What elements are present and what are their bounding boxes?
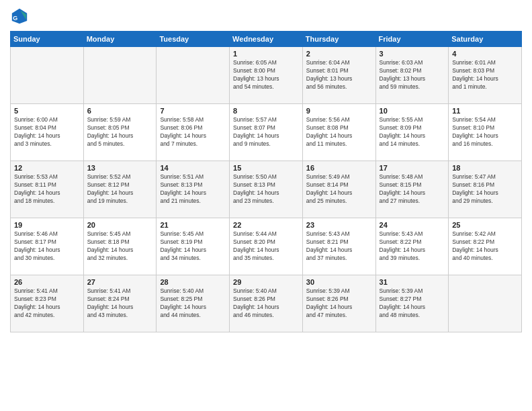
cell-info: Sunrise: 5:43 AMSunset: 8:22 PMDaylight:…	[380, 230, 445, 263]
calendar-week-row: 5Sunrise: 6:00 AMSunset: 8:04 PMDaylight…	[11, 104, 522, 161]
day-number: 9	[306, 107, 372, 115]
calendar-week-row: 26Sunrise: 5:41 AMSunset: 8:23 PMDayligh…	[11, 275, 522, 332]
weekday-header-cell: Friday	[375, 32, 449, 47]
day-number: 14	[160, 164, 226, 172]
calendar-cell	[157, 47, 230, 104]
calendar-cell: 18Sunrise: 5:47 AMSunset: 8:16 PMDayligh…	[449, 161, 522, 218]
weekday-header-cell: Sunday	[11, 32, 84, 47]
cell-info: Sunrise: 5:53 AMSunset: 8:11 PMDaylight:…	[14, 173, 80, 205]
weekday-header-cell: Wednesday	[230, 32, 303, 47]
cell-info: Sunrise: 6:03 AMSunset: 8:02 PMDaylight:…	[380, 59, 445, 91]
logo-icon: G	[10, 7, 29, 26]
cell-info: Sunrise: 5:59 AMSunset: 8:05 PMDaylight:…	[87, 116, 153, 148]
weekday-header-cell: Saturday	[449, 32, 522, 47]
day-number: 5	[14, 107, 80, 115]
cell-info: Sunrise: 5:54 AMSunset: 8:10 PMDaylight:…	[452, 116, 518, 148]
calendar-cell	[11, 47, 84, 104]
calendar-cell: 28Sunrise: 5:40 AMSunset: 8:25 PMDayligh…	[157, 275, 230, 332]
day-number: 15	[233, 164, 299, 172]
calendar-cell: 9Sunrise: 5:56 AMSunset: 8:08 PMDaylight…	[302, 104, 375, 161]
calendar-body: 1Sunrise: 6:05 AMSunset: 8:00 PMDaylight…	[11, 47, 522, 332]
calendar-cell: 13Sunrise: 5:52 AMSunset: 8:12 PMDayligh…	[83, 161, 157, 218]
day-number: 8	[233, 107, 299, 115]
cell-info: Sunrise: 5:39 AMSunset: 8:26 PMDaylight:…	[306, 287, 372, 320]
calendar-cell: 12Sunrise: 5:53 AMSunset: 8:11 PMDayligh…	[11, 161, 84, 218]
cell-info: Sunrise: 5:40 AMSunset: 8:25 PMDaylight:…	[160, 287, 226, 320]
header: G	[10, 7, 522, 26]
day-number: 12	[14, 164, 80, 172]
calendar-cell: 24Sunrise: 5:43 AMSunset: 8:22 PMDayligh…	[375, 218, 449, 275]
day-number: 29	[233, 278, 299, 286]
day-number: 30	[306, 278, 372, 286]
calendar-cell: 17Sunrise: 5:48 AMSunset: 8:15 PMDayligh…	[375, 161, 449, 218]
calendar-cell: 23Sunrise: 5:43 AMSunset: 8:21 PMDayligh…	[302, 218, 375, 275]
calendar-cell: 30Sunrise: 5:39 AMSunset: 8:26 PMDayligh…	[302, 275, 375, 332]
calendar-table: SundayMondayTuesdayWednesdayThursdayFrid…	[10, 31, 522, 332]
calendar-week-row: 12Sunrise: 5:53 AMSunset: 8:11 PMDayligh…	[11, 161, 522, 218]
day-number: 2	[306, 50, 372, 58]
calendar-cell: 5Sunrise: 6:00 AMSunset: 8:04 PMDaylight…	[11, 104, 84, 161]
cell-info: Sunrise: 5:57 AMSunset: 8:07 PMDaylight:…	[233, 116, 299, 148]
cell-info: Sunrise: 5:47 AMSunset: 8:16 PMDaylight:…	[452, 173, 518, 205]
calendar-cell: 4Sunrise: 6:01 AMSunset: 8:03 PMDaylight…	[449, 47, 522, 104]
calendar-cell: 15Sunrise: 5:50 AMSunset: 8:13 PMDayligh…	[230, 161, 303, 218]
day-number: 21	[160, 221, 226, 229]
calendar-cell: 25Sunrise: 5:42 AMSunset: 8:22 PMDayligh…	[449, 218, 522, 275]
calendar-cell: 29Sunrise: 5:40 AMSunset: 8:26 PMDayligh…	[230, 275, 303, 332]
calendar-cell: 11Sunrise: 5:54 AMSunset: 8:10 PMDayligh…	[449, 104, 522, 161]
cell-info: Sunrise: 5:56 AMSunset: 8:08 PMDaylight:…	[306, 116, 372, 148]
day-number: 23	[306, 221, 372, 229]
day-number: 11	[452, 107, 518, 115]
cell-info: Sunrise: 5:45 AMSunset: 8:19 PMDaylight:…	[160, 230, 226, 263]
day-number: 31	[380, 278, 445, 286]
day-number: 13	[87, 164, 153, 172]
calendar-cell: 6Sunrise: 5:59 AMSunset: 8:05 PMDaylight…	[83, 104, 157, 161]
cell-info: Sunrise: 5:50 AMSunset: 8:13 PMDaylight:…	[233, 173, 299, 205]
weekday-header-cell: Monday	[83, 32, 157, 47]
calendar-cell: 26Sunrise: 5:41 AMSunset: 8:23 PMDayligh…	[11, 275, 84, 332]
calendar-cell: 3Sunrise: 6:03 AMSunset: 8:02 PMDaylight…	[375, 47, 449, 104]
calendar-cell: 27Sunrise: 5:41 AMSunset: 8:24 PMDayligh…	[83, 275, 157, 332]
cell-info: Sunrise: 6:05 AMSunset: 8:00 PMDaylight:…	[233, 59, 299, 91]
cell-info: Sunrise: 5:44 AMSunset: 8:20 PMDaylight:…	[233, 230, 299, 263]
calendar-cell: 10Sunrise: 5:55 AMSunset: 8:09 PMDayligh…	[375, 104, 449, 161]
cell-info: Sunrise: 5:52 AMSunset: 8:12 PMDaylight:…	[87, 173, 153, 205]
day-number: 17	[380, 164, 445, 172]
calendar-week-row: 19Sunrise: 5:46 AMSunset: 8:17 PMDayligh…	[11, 218, 522, 275]
day-number: 27	[87, 278, 153, 286]
cell-info: Sunrise: 5:42 AMSunset: 8:22 PMDaylight:…	[452, 230, 518, 263]
calendar-cell: 22Sunrise: 5:44 AMSunset: 8:20 PMDayligh…	[230, 218, 303, 275]
calendar-cell	[83, 47, 157, 104]
day-number: 1	[233, 50, 299, 58]
day-number: 16	[306, 164, 372, 172]
calendar-cell: 31Sunrise: 5:39 AMSunset: 8:27 PMDayligh…	[375, 275, 449, 332]
day-number: 24	[380, 221, 445, 229]
cell-info: Sunrise: 5:45 AMSunset: 8:18 PMDaylight:…	[87, 230, 153, 263]
cell-info: Sunrise: 5:46 AMSunset: 8:17 PMDaylight:…	[14, 230, 80, 263]
day-number: 19	[14, 221, 80, 229]
cell-info: Sunrise: 5:41 AMSunset: 8:23 PMDaylight:…	[14, 287, 80, 320]
calendar-cell: 7Sunrise: 5:58 AMSunset: 8:06 PMDaylight…	[157, 104, 230, 161]
day-number: 22	[233, 221, 299, 229]
calendar-cell: 1Sunrise: 6:05 AMSunset: 8:00 PMDaylight…	[230, 47, 303, 104]
cell-info: Sunrise: 5:41 AMSunset: 8:24 PMDaylight:…	[87, 287, 153, 320]
day-number: 20	[87, 221, 153, 229]
day-number: 18	[452, 164, 518, 172]
day-number: 4	[452, 50, 518, 58]
calendar-cell: 19Sunrise: 5:46 AMSunset: 8:17 PMDayligh…	[11, 218, 84, 275]
calendar-cell	[449, 275, 522, 332]
svg-text:G: G	[13, 15, 17, 21]
weekday-header-cell: Thursday	[302, 32, 375, 47]
calendar-cell: 16Sunrise: 5:49 AMSunset: 8:14 PMDayligh…	[302, 161, 375, 218]
day-number: 6	[87, 107, 153, 115]
cell-info: Sunrise: 5:55 AMSunset: 8:09 PMDaylight:…	[380, 116, 445, 148]
calendar-week-row: 1Sunrise: 6:05 AMSunset: 8:00 PMDaylight…	[11, 47, 522, 104]
day-number: 28	[160, 278, 226, 286]
day-number: 7	[160, 107, 226, 115]
cell-info: Sunrise: 5:39 AMSunset: 8:27 PMDaylight:…	[380, 287, 445, 320]
page: G SundayMondayTuesdayWednesdayThursdayFr…	[0, 0, 532, 339]
cell-info: Sunrise: 5:49 AMSunset: 8:14 PMDaylight:…	[306, 173, 372, 205]
cell-info: Sunrise: 5:43 AMSunset: 8:21 PMDaylight:…	[306, 230, 372, 263]
calendar-cell: 20Sunrise: 5:45 AMSunset: 8:18 PMDayligh…	[83, 218, 157, 275]
cell-info: Sunrise: 5:51 AMSunset: 8:13 PMDaylight:…	[160, 173, 226, 205]
